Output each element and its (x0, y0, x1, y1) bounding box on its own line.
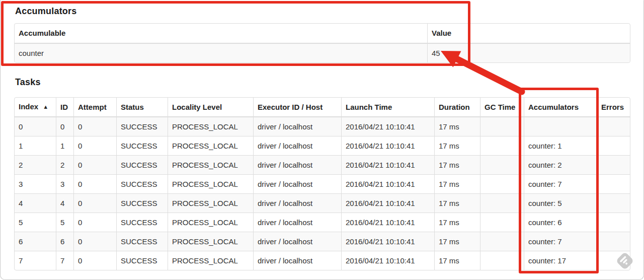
accumulators-table: Accumulable Value counter 45 (14, 23, 630, 63)
col-header-index-label: Index (19, 102, 38, 111)
accumulators-section-title: Accumulators (15, 6, 630, 17)
col-header-attempt[interactable]: Attempt (73, 98, 116, 117)
task-cell-locality-level: PROCESS_LOCAL (168, 232, 253, 251)
task-cell-errors (597, 232, 630, 251)
task-cell-index: 2 (15, 155, 56, 174)
task-cell-id: 6 (56, 232, 73, 251)
task-cell-index: 7 (15, 251, 56, 270)
col-header-errors[interactable]: Errors (597, 98, 630, 117)
col-header-accumulators[interactable]: Accumulators (524, 98, 597, 117)
task-cell-id: 2 (56, 155, 73, 174)
task-row: 330SUCCESSPROCESS_LOCALdriver / localhos… (15, 174, 630, 193)
task-cell-status: SUCCESS (116, 213, 168, 232)
task-cell-index: 3 (15, 174, 56, 193)
task-cell-locality-level: PROCESS_LOCAL (168, 117, 253, 136)
task-cell-id: 7 (56, 251, 73, 270)
accumulable-name-cell: counter (15, 44, 427, 62)
value-column-header[interactable]: Value (427, 24, 630, 44)
task-cell-errors (597, 136, 630, 155)
task-cell-executor-id-host: driver / localhost (253, 193, 341, 213)
task-row: 440SUCCESSPROCESS_LOCALdriver / localhos… (15, 193, 630, 213)
task-cell-duration: 17 ms (434, 136, 480, 155)
task-cell-accumulators: counter: 5 (524, 193, 597, 213)
col-header-gc-time[interactable]: GC Time (480, 98, 524, 117)
task-cell-locality-level: PROCESS_LOCAL (168, 174, 253, 193)
col-header-index[interactable]: Index▲ (15, 98, 56, 117)
task-cell-launch-time: 2016/04/21 10:10:41 (341, 136, 434, 155)
task-cell-attempt: 0 (73, 155, 116, 174)
task-cell-gc-time (480, 136, 524, 155)
task-cell-accumulators: counter: 7 (524, 174, 597, 193)
task-cell-errors (597, 117, 630, 136)
task-cell-launch-time: 2016/04/21 10:10:41 (341, 174, 434, 193)
task-cell-accumulators (524, 117, 597, 136)
tasks-section-title: Tasks (15, 77, 630, 88)
task-cell-executor-id-host: driver / localhost (253, 251, 341, 270)
task-cell-errors (597, 155, 630, 174)
task-cell-id: 1 (56, 136, 73, 155)
task-cell-gc-time (480, 251, 524, 270)
task-cell-locality-level: PROCESS_LOCAL (168, 155, 253, 174)
task-cell-executor-id-host: driver / localhost (253, 174, 341, 193)
task-cell-errors (597, 251, 630, 270)
task-cell-status: SUCCESS (116, 155, 168, 174)
accumulators-header-row: Accumulable Value (15, 24, 630, 44)
sort-ascending-icon: ▲ (43, 104, 48, 110)
task-cell-id: 0 (56, 117, 73, 136)
task-cell-duration: 17 ms (434, 193, 480, 213)
task-cell-errors (597, 213, 630, 232)
task-cell-duration: 17 ms (434, 174, 480, 193)
task-cell-status: SUCCESS (116, 174, 168, 193)
task-cell-duration: 17 ms (434, 117, 480, 136)
task-cell-status: SUCCESS (116, 232, 168, 251)
accumulator-row: counter 45 (15, 44, 630, 62)
task-cell-executor-id-host: driver / localhost (253, 136, 341, 155)
task-cell-locality-level: PROCESS_LOCAL (168, 193, 253, 213)
task-cell-gc-time (480, 174, 524, 193)
task-cell-status: SUCCESS (116, 193, 168, 213)
task-cell-duration: 17 ms (434, 155, 480, 174)
task-row: 000SUCCESSPROCESS_LOCALdriver / localhos… (15, 117, 630, 136)
task-cell-duration: 17 ms (434, 251, 480, 270)
task-row: 220SUCCESSPROCESS_LOCALdriver / localhos… (15, 155, 630, 174)
tasks-header-row: Index▲ ID Attempt Status Locality Level … (15, 98, 630, 117)
task-cell-executor-id-host: driver / localhost (253, 117, 341, 136)
task-cell-id: 4 (56, 193, 73, 213)
accumulable-value-cell: 45 (427, 44, 630, 62)
task-cell-attempt: 0 (73, 251, 116, 270)
task-cell-duration: 17 ms (434, 232, 480, 251)
task-cell-status: SUCCESS (116, 117, 168, 136)
task-cell-errors (597, 193, 630, 213)
task-cell-gc-time (480, 117, 524, 136)
task-cell-executor-id-host: driver / localhost (253, 213, 341, 232)
task-cell-launch-time: 2016/04/21 10:10:41 (341, 193, 434, 213)
tasks-table: Index▲ ID Attempt Status Locality Level … (14, 97, 630, 270)
col-header-id[interactable]: ID (56, 98, 73, 117)
task-cell-index: 6 (15, 232, 56, 251)
task-cell-locality-level: PROCESS_LOCAL (168, 213, 253, 232)
task-row: 550SUCCESSPROCESS_LOCALdriver / localhos… (15, 213, 630, 232)
task-cell-attempt: 0 (73, 117, 116, 136)
task-cell-gc-time (480, 213, 524, 232)
task-cell-index: 4 (15, 193, 56, 213)
col-header-locality-level[interactable]: Locality Level (168, 98, 253, 117)
task-cell-id: 5 (56, 213, 73, 232)
accumulable-column-header[interactable]: Accumulable (15, 24, 427, 44)
task-row: 770SUCCESSPROCESS_LOCALdriver / localhos… (15, 251, 630, 270)
task-cell-locality-level: PROCESS_LOCAL (168, 251, 253, 270)
task-cell-accumulators: counter: 17 (524, 251, 597, 270)
task-cell-attempt: 0 (73, 136, 116, 155)
col-header-launch-time[interactable]: Launch Time (341, 98, 434, 117)
task-cell-status: SUCCESS (116, 251, 168, 270)
task-cell-attempt: 0 (73, 232, 116, 251)
col-header-status[interactable]: Status (116, 98, 168, 117)
task-cell-launch-time: 2016/04/21 10:10:41 (341, 117, 434, 136)
task-cell-accumulators: counter: 6 (524, 213, 597, 232)
col-header-executor-id-host[interactable]: Executor ID / Host (253, 98, 341, 117)
task-row: 110SUCCESSPROCESS_LOCALdriver / localhos… (15, 136, 630, 155)
task-cell-executor-id-host: driver / localhost (253, 232, 341, 251)
task-cell-executor-id-host: driver / localhost (253, 155, 341, 174)
task-cell-gc-time (480, 193, 524, 213)
col-header-duration[interactable]: Duration (434, 98, 480, 117)
task-cell-attempt: 0 (73, 193, 116, 213)
